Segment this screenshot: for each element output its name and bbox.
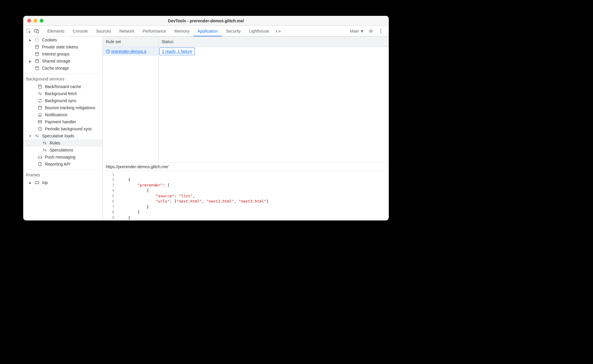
sync-icon xyxy=(37,98,43,103)
sidebar-item-label: Speculative loads xyxy=(42,134,74,138)
storage-item-cache-storage[interactable]: Cache storage xyxy=(23,65,103,72)
svg-point-5 xyxy=(380,31,381,31)
status-link[interactable]: 2 ready, 1 failure xyxy=(162,49,192,54)
rules-table-header: Rule set Status xyxy=(103,36,389,47)
sidebar-item-label: Rules xyxy=(50,141,60,145)
more-tabs-icon[interactable]: » xyxy=(274,28,281,34)
window-title: DevTools - prerender-demos.glitch.me/ xyxy=(23,18,389,23)
storage-item-interest-groups[interactable]: Interest groups xyxy=(23,50,103,58)
db-icon xyxy=(37,84,43,89)
sidebar-item-label: Payment handler xyxy=(45,119,76,124)
close-icon[interactable] xyxy=(27,19,31,23)
svg-point-10 xyxy=(36,59,39,60)
sidebar-item-label: Notifications xyxy=(45,112,67,117)
bg-item-reporting-api[interactable]: Reporting API xyxy=(23,161,103,168)
sidebar-item-label: Background sync xyxy=(45,98,76,103)
inspect-icon[interactable] xyxy=(26,28,32,34)
application-sidebar: ▶CookiesPrivate state tokensInterest gro… xyxy=(23,36,103,220)
bg-item-bounce-tracking-mitigations[interactable]: Bounce tracking mitigations xyxy=(23,104,103,111)
expand-arrow-icon: ▶ xyxy=(29,38,32,42)
sidebar-item-label: Private state tokens xyxy=(42,45,78,49)
sidebar-item-label: Back/forward cache xyxy=(45,84,81,89)
clock-icon xyxy=(106,49,110,54)
svg-point-3 xyxy=(370,30,372,32)
card-icon xyxy=(37,119,43,124)
bg-item-push-messaging[interactable]: Push messaging xyxy=(23,154,103,161)
svg-point-11 xyxy=(36,66,39,68)
ud-icon xyxy=(42,140,47,146)
bg-item-back-forward-cache[interactable]: Back/forward cache xyxy=(23,83,103,90)
expand-arrow-icon: ▶ xyxy=(29,181,32,184)
ud-icon xyxy=(42,147,47,153)
svg-point-8 xyxy=(36,45,39,46)
frame-icon xyxy=(34,180,40,185)
svg-rect-2 xyxy=(37,30,39,33)
storage-item-private-state-tokens[interactable]: Private state tokens xyxy=(23,43,103,50)
expand-arrow-icon: ▶ xyxy=(29,60,32,63)
sidebar-item-label: Cache storage xyxy=(42,66,69,70)
titlebar: DevTools - prerender-demos.glitch.me/ xyxy=(23,16,389,26)
tab-performance[interactable]: Performance xyxy=(138,26,170,36)
bg-item-periodic-background-sync[interactable]: Periodic background sync xyxy=(23,125,103,132)
tab-lighthouse[interactable]: Lighthouse xyxy=(245,26,273,36)
tab-security[interactable]: Security xyxy=(222,26,245,36)
tab-sources[interactable]: Sources xyxy=(92,26,115,36)
sidebar-item-label: Interest groups xyxy=(42,52,69,56)
sidebar-item-label: Bounce tracking mitigations xyxy=(45,105,95,110)
bell-icon xyxy=(37,112,43,117)
code-viewer: 123456789 { "prerender": [ { "source": "… xyxy=(103,171,389,221)
sidebar-item-label: Periodic background sync xyxy=(45,127,92,131)
bg-item-background-sync[interactable]: Background sync xyxy=(23,97,103,104)
svg-point-4 xyxy=(380,29,381,30)
bg-item-speculative-loads[interactable]: ▼Speculative loads xyxy=(23,132,103,139)
svg-rect-14 xyxy=(38,121,42,123)
header-ruleset: Rule set xyxy=(103,37,159,47)
context-selector[interactable]: Main ▼ xyxy=(350,29,364,33)
svg-rect-16 xyxy=(35,181,39,184)
clock-icon xyxy=(37,126,43,132)
db-icon xyxy=(34,51,40,57)
ud-icon xyxy=(37,91,43,96)
sidebar-item-label: Reporting API xyxy=(45,162,70,166)
table-row[interactable]: prerender-demos.g 2 ready, 1 failure xyxy=(103,47,389,56)
db-icon xyxy=(34,65,40,71)
db-icon xyxy=(34,44,40,50)
minimize-icon[interactable] xyxy=(33,19,37,23)
sidebar-item-label: Push messaging xyxy=(45,155,76,159)
header-status: Status xyxy=(159,37,389,47)
tab-application[interactable]: Application xyxy=(193,26,222,36)
bg-item-notifications[interactable]: Notifications xyxy=(23,111,103,118)
sidebar-item-label: Cookies xyxy=(42,38,57,42)
devtools-window: DevTools - prerender-demos.glitch.me/ El… xyxy=(23,16,389,220)
svg-point-6 xyxy=(380,32,381,33)
db-icon xyxy=(37,105,43,110)
sidebar-item-label: top xyxy=(42,180,48,185)
svg-point-13 xyxy=(38,106,42,107)
ruleset-link[interactable]: prerender-demos.g xyxy=(111,49,146,54)
bg-item-payment-handler[interactable]: Payment handler xyxy=(23,118,103,125)
storage-item-cookies[interactable]: ▶Cookies xyxy=(23,36,103,43)
device-toggle-icon[interactable] xyxy=(33,28,40,34)
tab-memory[interactable]: Memory xyxy=(170,26,194,36)
frames-item-top[interactable]: ▶top xyxy=(23,179,103,186)
svg-point-9 xyxy=(36,52,39,53)
expand-arrow-icon: ▼ xyxy=(29,134,32,138)
toolbar: Elements Console Sources Network Perform… xyxy=(23,26,389,36)
zoom-icon[interactable] xyxy=(40,19,43,23)
storage-item-shared-storage[interactable]: ▶Shared storage xyxy=(23,58,103,65)
kebab-menu-icon[interactable] xyxy=(378,28,384,34)
window-controls xyxy=(27,19,43,23)
detail-url: https://prerender-demos.glitch.me/ xyxy=(103,163,389,171)
tab-elements[interactable]: Elements xyxy=(43,26,68,36)
svg-point-12 xyxy=(38,85,42,86)
tab-console[interactable]: Console xyxy=(68,26,92,36)
bg-item-speculations[interactable]: Speculations xyxy=(23,146,103,154)
sidebar-item-label: Speculations xyxy=(50,148,73,152)
chevron-down-icon: ▼ xyxy=(360,29,364,33)
settings-icon[interactable] xyxy=(368,28,374,34)
bg-item-rules[interactable]: Rules xyxy=(23,139,103,146)
bg-item-background-fetch[interactable]: Background fetch xyxy=(23,90,103,97)
svg-point-7 xyxy=(35,38,39,42)
sidebar-item-label: Background fetch xyxy=(45,91,77,96)
tab-network[interactable]: Network xyxy=(115,26,138,36)
